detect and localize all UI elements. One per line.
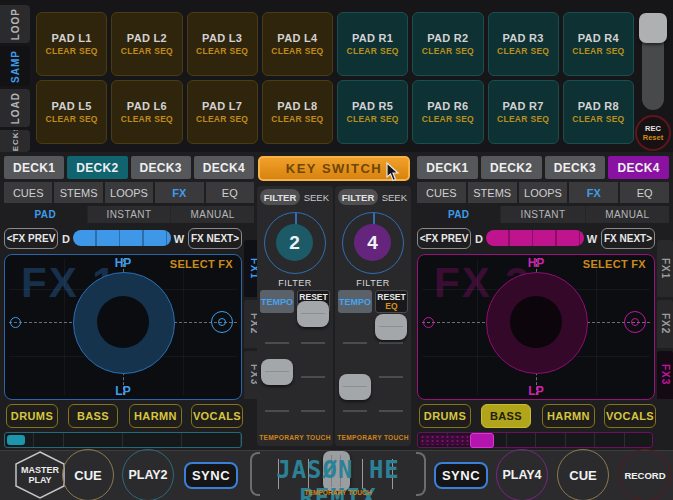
eq-fader-a-thumb-deck4[interactable] bbox=[339, 374, 371, 400]
tempo-thumb-right[interactable] bbox=[470, 433, 494, 448]
stem-harmn-right[interactable]: HARMN bbox=[542, 404, 595, 428]
pad-l6[interactable]: PAD L6CLEAR SEQ bbox=[111, 80, 182, 144]
deck4-tab-right[interactable]: DECK4 bbox=[608, 156, 669, 179]
filter-tab-deck2[interactable]: FILTER bbox=[260, 189, 300, 205]
tempo-button-deck4[interactable]: TEMPO bbox=[338, 290, 372, 313]
pad-r5[interactable]: PAD R5CLEAR SEQ bbox=[337, 80, 408, 144]
sampler-volume-thumb[interactable] bbox=[639, 13, 667, 43]
tab-eq-left[interactable]: EQ bbox=[206, 182, 254, 203]
tab-loops-left[interactable]: LOOPS bbox=[105, 182, 153, 203]
tab-instant-left[interactable]: INSTANT bbox=[88, 206, 171, 223]
play4-button[interactable]: PLAY4 bbox=[496, 449, 548, 500]
xy-donut-left[interactable] bbox=[73, 272, 175, 374]
eq-fader-b-deck2[interactable] bbox=[299, 314, 327, 434]
dry-wet-slider-left[interactable] bbox=[73, 230, 171, 246]
rail-tab-loop[interactable]: LOOP bbox=[0, 5, 30, 43]
x-axis-handle-left[interactable] bbox=[10, 317, 21, 328]
fx-xy-pad-left[interactable]: FX 1 HP LP SELECT FX bbox=[4, 254, 242, 400]
deck4-tab-left[interactable]: DECK4 bbox=[194, 156, 254, 179]
pad-r1[interactable]: PAD R1CLEAR SEQ bbox=[337, 12, 408, 76]
deck3-tab-right[interactable]: DECK3 bbox=[545, 156, 606, 179]
fx2-tab-right[interactable]: FX2 bbox=[657, 300, 673, 348]
tempo-button-deck2[interactable]: TEMPO bbox=[260, 290, 294, 313]
cue-button-left[interactable]: CUE bbox=[62, 449, 114, 500]
eq-fader-b-deck4[interactable] bbox=[377, 314, 405, 434]
stem-drums-left[interactable]: DRUMS bbox=[6, 404, 58, 428]
rail-tab-load[interactable]: LOAD bbox=[0, 89, 30, 127]
sync-button-left[interactable]: SYNC bbox=[184, 462, 238, 489]
sync-button-right[interactable]: SYNC bbox=[434, 462, 488, 489]
y-axis-handle-right[interactable] bbox=[624, 311, 646, 333]
rail-tab-samp[interactable]: SAMP bbox=[0, 46, 30, 86]
fx-next-button-left[interactable]: FX NEXT> bbox=[188, 228, 242, 249]
deck3-tab-left[interactable]: DECK3 bbox=[131, 156, 191, 179]
pad-l7[interactable]: PAD L7CLEAR SEQ bbox=[187, 80, 258, 144]
tab-fx-left[interactable]: FX bbox=[155, 182, 203, 203]
fx-prev-button-right[interactable]: <FX PREV bbox=[417, 228, 471, 249]
master-play-button[interactable]: MASTER PLAY bbox=[14, 451, 66, 499]
record-button[interactable]: RECORD bbox=[619, 449, 671, 500]
tab-cues-right[interactable]: CUES bbox=[417, 182, 466, 203]
deck2-tab-left[interactable]: DECK2 bbox=[67, 156, 127, 179]
seek-tab-deck4[interactable]: SEEK bbox=[382, 189, 407, 205]
pad-r8[interactable]: PAD R8CLEAR SEQ bbox=[563, 80, 634, 144]
tempo-thumb-left[interactable] bbox=[7, 435, 25, 445]
tab-cues-left[interactable]: CUES bbox=[4, 182, 52, 203]
tab-manual-right[interactable]: MANUAL bbox=[586, 206, 669, 223]
stem-harmn-left[interactable]: HARMN bbox=[129, 404, 182, 428]
filter-tab-deck4[interactable]: FILTER bbox=[338, 189, 378, 205]
pad-l2[interactable]: PAD L2CLEAR SEQ bbox=[111, 12, 182, 76]
tab-fx-right[interactable]: FX bbox=[569, 182, 618, 203]
x-axis-handle-right[interactable] bbox=[423, 317, 434, 328]
pad-r6[interactable]: PAD R6CLEAR SEQ bbox=[412, 80, 483, 144]
filter-knob-deck2[interactable]: 2 bbox=[264, 212, 326, 274]
play2-button[interactable]: PLAY2 bbox=[122, 449, 174, 500]
eq-fader-a-thumb-deck2[interactable] bbox=[261, 359, 293, 385]
eq-fader-b-thumb-deck4[interactable] bbox=[375, 314, 407, 340]
tab-stems-left[interactable]: STEMS bbox=[54, 182, 102, 203]
xy-donut-right[interactable] bbox=[486, 272, 588, 374]
stem-vocals-left[interactable]: VOCALS bbox=[191, 404, 243, 428]
reset-eq-button-deck4[interactable]: RESET EQ bbox=[375, 290, 408, 313]
fx3-tab-right[interactable]: FX3 bbox=[657, 351, 673, 399]
deck2-tab-right[interactable]: DECK2 bbox=[481, 156, 542, 179]
fx-xy-pad-right[interactable]: FX 3 HP LP SELECT FX bbox=[417, 254, 655, 400]
seek-tab-deck2[interactable]: SEEK bbox=[304, 189, 329, 205]
deck1-tab-left[interactable]: DECK1 bbox=[4, 156, 64, 179]
tab-eq-right[interactable]: EQ bbox=[620, 182, 669, 203]
tab-pad-right[interactable]: PAD bbox=[417, 206, 500, 223]
y-axis-handle-left[interactable] bbox=[211, 311, 233, 333]
dry-wet-slider-right[interactable] bbox=[486, 230, 584, 246]
tab-instant-right[interactable]: INSTANT bbox=[501, 206, 584, 223]
tab-stems-right[interactable]: STEMS bbox=[468, 182, 517, 203]
crossfader-thumb[interactable] bbox=[323, 451, 350, 491]
eq-fader-b-thumb-deck2[interactable] bbox=[297, 301, 329, 327]
pad-l5[interactable]: PAD L5CLEAR SEQ bbox=[36, 80, 107, 144]
pad-l3[interactable]: PAD L3CLEAR SEQ bbox=[187, 12, 258, 76]
rail-tab-decks[interactable]: DECKS bbox=[0, 130, 30, 152]
tab-manual-left[interactable]: MANUAL bbox=[171, 206, 254, 223]
tempo-slider-right[interactable] bbox=[417, 432, 653, 448]
eq-fader-a-deck4[interactable] bbox=[341, 314, 369, 434]
stem-vocals-right[interactable]: VOCALS bbox=[604, 404, 656, 428]
tab-pad-left[interactable]: PAD bbox=[4, 206, 87, 223]
fx-next-button-right[interactable]: FX NEXT> bbox=[601, 228, 655, 249]
filter-knob-deck4[interactable]: 4 bbox=[342, 212, 404, 274]
tab-loops-right[interactable]: LOOPS bbox=[519, 182, 568, 203]
stem-bass-right[interactable]: BASS bbox=[481, 404, 531, 428]
deck1-tab-right[interactable]: DECK1 bbox=[417, 156, 478, 179]
stem-bass-left[interactable]: BASS bbox=[68, 404, 118, 428]
pad-r7[interactable]: PAD R7CLEAR SEQ bbox=[488, 80, 559, 144]
eq-fader-a-deck2[interactable] bbox=[263, 314, 291, 434]
pad-r4[interactable]: PAD R4CLEAR SEQ bbox=[563, 12, 634, 76]
pad-l8[interactable]: PAD L8CLEAR SEQ bbox=[262, 80, 333, 144]
pad-r2[interactable]: PAD R2CLEAR SEQ bbox=[412, 12, 483, 76]
fx-prev-button-left[interactable]: <FX PREV bbox=[4, 228, 58, 249]
pad-l4[interactable]: PAD L4CLEAR SEQ bbox=[262, 12, 333, 76]
pad-r3[interactable]: PAD R3CLEAR SEQ bbox=[488, 12, 559, 76]
fx1-tab-right[interactable]: FX1 bbox=[657, 240, 673, 297]
cue-button-right[interactable]: CUE bbox=[557, 449, 609, 500]
rec-reset-button[interactable]: REC Reset bbox=[635, 115, 671, 151]
pad-l1[interactable]: PAD L1CLEAR SEQ bbox=[36, 12, 107, 76]
stem-drums-right[interactable]: DRUMS bbox=[419, 404, 471, 428]
